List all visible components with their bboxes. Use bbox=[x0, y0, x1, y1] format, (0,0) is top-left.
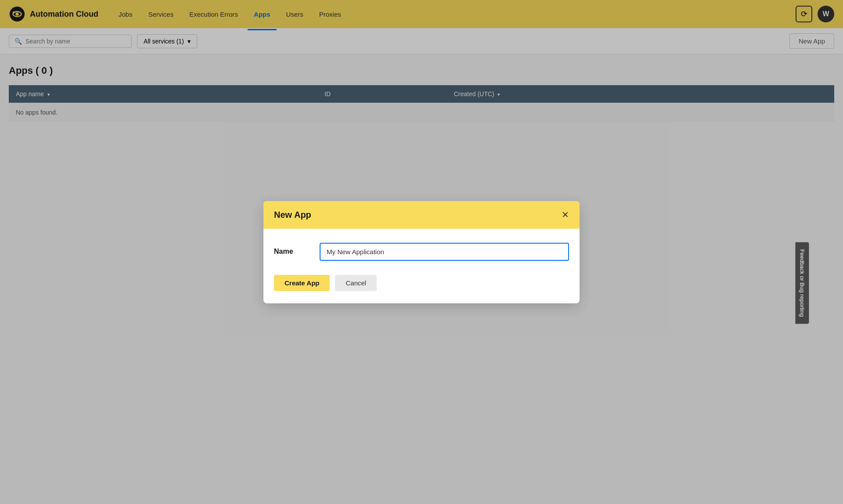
app-name-input[interactable] bbox=[320, 243, 569, 261]
modal-body: Name Create App Cancel bbox=[263, 229, 580, 303]
name-label: Name bbox=[274, 248, 309, 256]
modal-actions: Create App Cancel bbox=[274, 275, 569, 291]
modal-close-button[interactable]: ✕ bbox=[562, 210, 569, 219]
cancel-button[interactable]: Cancel bbox=[335, 275, 377, 291]
modal-header: New App ✕ bbox=[263, 201, 580, 229]
modal-overlay: New App ✕ Name Create App Cancel bbox=[0, 0, 843, 504]
feedback-tab[interactable]: Feedback or Bug reporting bbox=[796, 242, 809, 324]
modal-title: New App bbox=[274, 210, 311, 220]
create-app-button[interactable]: Create App bbox=[274, 275, 330, 291]
new-app-modal: New App ✕ Name Create App Cancel bbox=[263, 201, 580, 303]
close-icon: ✕ bbox=[562, 210, 569, 220]
form-row-name: Name bbox=[274, 243, 569, 261]
